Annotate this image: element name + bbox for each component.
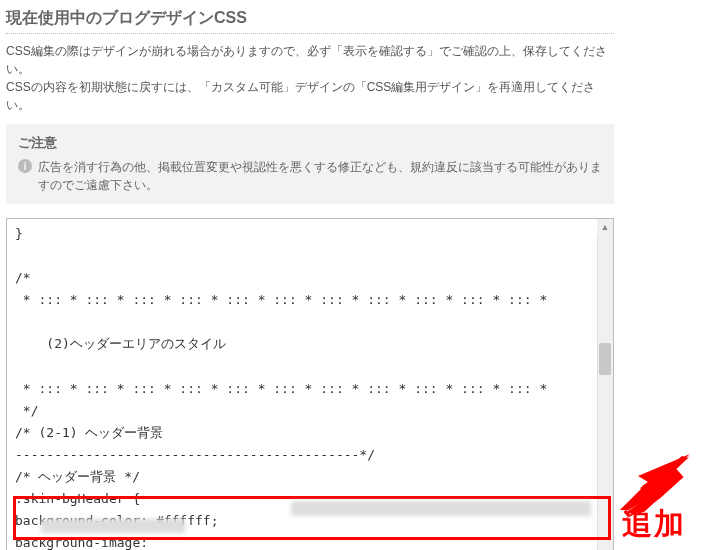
description-text: CSS編集の際はデザインが崩れる場合がありますので、必ず「表示を確認する」でご確…: [6, 42, 614, 114]
page-title: 現在使用中のブログデザインCSS: [6, 8, 614, 34]
scrollbar-thumb[interactable]: [599, 343, 611, 375]
notice-body-text: 広告を消す行為の他、掲載位置変更や視認性を悪くする修正なども、規約違反に該当する…: [38, 158, 602, 194]
notice-title: ご注意: [18, 134, 602, 152]
scroll-up-button[interactable]: ▲: [597, 219, 613, 235]
info-icon: i: [18, 159, 32, 173]
notice-box: ご注意 i 広告を消す行為の他、掲載位置変更や視認性を悪くする修正なども、規約違…: [6, 124, 614, 204]
css-editor-container: ▲ ▼: [6, 218, 614, 550]
css-editor[interactable]: [7, 219, 613, 550]
annotation-label: 追加: [622, 504, 686, 545]
scrollbar[interactable]: ▲ ▼: [597, 219, 613, 550]
